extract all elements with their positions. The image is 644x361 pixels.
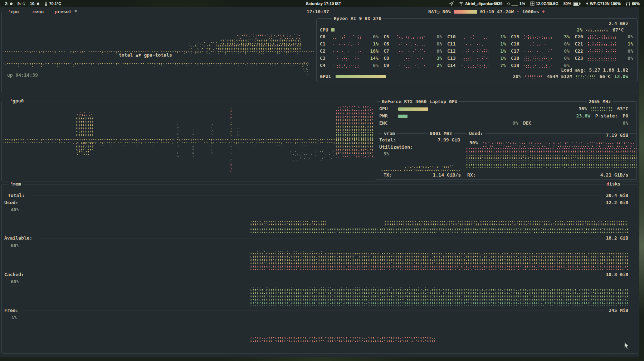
cpu-core-label: C1 — [320, 41, 326, 47]
menu-bar: 2: 9: 10: 70.1°C Saturday 17:10 IST Airt… — [0, 0, 644, 7]
gpu0-panel-title-label: gpu0 — [13, 98, 24, 104]
menubar-battery[interactable]: 80% — [564, 1, 581, 6]
mem-cached-pct-text: 60% — [11, 279, 19, 284]
mem-cached-pct: 60% — [11, 279, 19, 285]
vram-util-graph — [380, 163, 462, 172]
mem-cached-value: 18.3 GiB — [587, 272, 628, 278]
menubar-memory[interactable]: 12.0G/30.5G — [530, 1, 558, 6]
cpu-core-label: C10 — [447, 34, 455, 39]
gpu-pstate-label: P-state: — [595, 113, 618, 119]
gpu0-panel-title[interactable]: ⁵gpu0 — [9, 98, 25, 104]
gpu-util-pct: 36% — [579, 106, 587, 112]
gpu1-power: 12.0W — [614, 74, 628, 80]
menu-button[interactable]: menu — [31, 9, 45, 15]
menubar-volume[interactable]: 60% — [626, 1, 640, 6]
cpu-core-pct: 0% — [564, 56, 570, 61]
cpu-core-C7: C70% — [384, 48, 442, 54]
mem-available-graph — [250, 250, 628, 271]
cpu-core-label: C3 — [320, 56, 326, 61]
gpu1-name: GPU1 — [320, 74, 331, 79]
cpu-core-sparkline — [333, 42, 363, 47]
mem-used-pct-text: 40% — [11, 207, 19, 212]
update-interval[interactable]: 1000ms — [522, 9, 539, 15]
cpu-core-sparkline — [524, 35, 554, 40]
cpu-core-sparkline — [460, 63, 490, 68]
cpu-total-row-label: CPU — [320, 27, 335, 33]
cpu-core-C0: C00% — [320, 34, 379, 40]
cpu-core-sparkline — [333, 56, 363, 61]
cpu-temp-label: 70.1°C — [49, 1, 61, 6]
menubar-clock[interactable]: Saturday 17:10 IST — [306, 0, 341, 7]
cpu-core-C16: C160% — [511, 41, 570, 47]
cpu-core-label: C20 — [575, 34, 583, 39]
cpu-core-sparkline — [587, 56, 618, 61]
cpu-core-C6: C60% — [384, 41, 442, 47]
cpu-panel-title[interactable]: ¹cpu — [6, 9, 21, 15]
menubar-input-level[interactable]: ___ 1% — [507, 1, 525, 6]
mem-cached-divider — [31, 275, 603, 275]
cpu-graph-mode-toggle[interactable]: total ▲▼ gpu-totals — [117, 52, 174, 58]
gpu-power-value: 23.8W — [576, 113, 590, 119]
mem-used-divider — [23, 203, 603, 203]
mem-cached-graph — [250, 286, 628, 307]
gpu0-model: GeForce RTX 4060 Laptop GPU — [380, 99, 459, 105]
cpu-frequency-label: 2.4 GHz — [609, 21, 628, 26]
volume-pct-label: 60% — [632, 1, 640, 6]
cpu-core-C14: C147% — [447, 63, 506, 68]
cpu-model-label: Ryzen AI 9 HX 370 — [334, 16, 381, 21]
preset-button[interactable]: preset * — [53, 9, 79, 15]
menubar-wifi[interactable]: Airtel_dipankar5939 — [459, 1, 503, 6]
load-average-values: 5.27 1.88 1.02 — [589, 67, 628, 73]
cpu-label: CPU — [320, 27, 328, 33]
mem-available-pct-text: 60% — [11, 243, 19, 248]
gpu0-frequency: 2655 MHz — [587, 99, 613, 105]
load-average: Load avg: 5.27 1.88 1.02 — [512, 67, 628, 73]
vram-tx-label-text: TX: — [384, 172, 392, 178]
mem-available-value: 18.2 GiB — [587, 235, 628, 241]
cpu-temp-label: 67°C — [613, 27, 624, 33]
menubar-headset-battery[interactable]: WF-C710N 100% — [586, 1, 621, 6]
cpu-core-pct: 1% — [500, 56, 506, 61]
menubar-workspace-9[interactable]: 9: — [18, 1, 25, 6]
menubar-workspace-2[interactable]: 2: — [5, 1, 13, 6]
mem-used-graph — [250, 221, 628, 234]
menu-hotkey: m — [33, 9, 35, 14]
mem-panel-title[interactable]: ²mem — [9, 181, 23, 187]
gpu1-label: GPU1 — [320, 74, 331, 80]
workspace-10-label: 10: — [30, 1, 36, 6]
thermometer-icon — [44, 1, 48, 6]
mem-panel-title-label: mem — [13, 181, 21, 187]
desktop: { "palette":{"yellow":"#d4bf7a","ygreen"… — [0, 0, 644, 361]
menubar-cpu-temp[interactable]: 70.1°C — [44, 1, 61, 6]
interval-increase-button[interactable]: + — [542, 9, 545, 15]
cpu-core-pct: 0% — [373, 63, 379, 68]
cpu-total-pct-label: 2% — [577, 27, 582, 33]
cpu-core-C20: C200% — [575, 34, 633, 40]
cpu-core-sparkline — [587, 35, 618, 40]
memory-usage-label: 12.0G/30.5G — [536, 1, 558, 6]
cpu-core-sparkline — [460, 56, 490, 61]
menubar-workspace-10[interactable]: 10: — [30, 1, 40, 6]
cpu-core-pct: 2% — [436, 63, 442, 68]
interval-decrease-button[interactable]: - — [517, 9, 519, 15]
cpu-core-pct: 7% — [500, 63, 506, 68]
cpu-core-label: C9 — [384, 63, 389, 68]
mem-panel-inner-divider — [2, 346, 637, 346]
cpu-core-sparkline — [396, 56, 426, 61]
power-draw: 47.24W — [497, 9, 514, 15]
mem-free-value-text: 245 MiB — [609, 308, 628, 313]
cpu-total-sparkline — [586, 28, 609, 33]
cpu-core-pct: 0% — [436, 34, 442, 39]
mem-free-pct: 1% — [11, 315, 17, 321]
mem-total-value-text: 30.4 GiB — [606, 193, 628, 198]
cpu-core-C2: C218% — [320, 48, 379, 54]
mem-available-value-text: 18.2 GiB — [606, 235, 628, 241]
cpu-total-graph — [4, 20, 314, 56]
vram-title-label: vram — [384, 131, 395, 136]
clock-label: 17:10:37 — [307, 9, 329, 14]
input-ring-icon — [507, 3, 510, 5]
preset-label: reset * — [58, 9, 77, 14]
locate-icon[interactable] — [449, 1, 454, 6]
wifi-icon — [459, 2, 464, 6]
disks-toggle[interactable]: disks — [605, 181, 622, 187]
